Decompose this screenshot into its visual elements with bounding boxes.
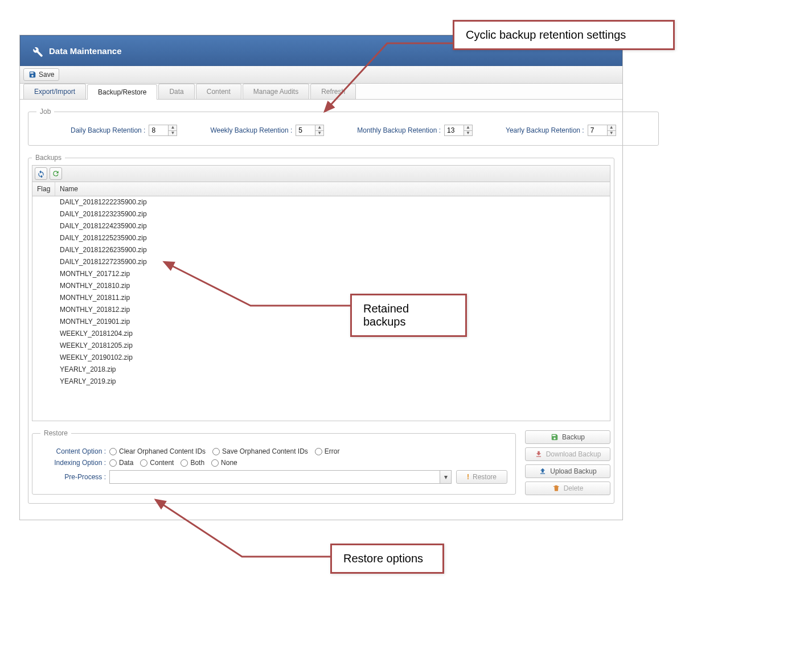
- delete-button[interactable]: Delete: [525, 482, 610, 495]
- refresh-button[interactable]: [35, 167, 47, 180]
- save-icon: [28, 71, 36, 79]
- yearly-retention-up[interactable]: ▲: [608, 125, 616, 130]
- content-option-2[interactable]: Error: [315, 447, 340, 455]
- table-row[interactable]: DAILY_20181226235900.zip: [32, 244, 610, 256]
- tab-refresh[interactable]: Refresh: [310, 84, 356, 99]
- content-option-1[interactable]: Save Orphaned Content IDs: [212, 447, 308, 455]
- preprocess-select[interactable]: ▾: [109, 470, 452, 484]
- cell-name: MONTHLY_201712.zip: [55, 268, 610, 279]
- tab-export-import[interactable]: Export/Import: [23, 84, 86, 99]
- download-backup-button[interactable]: Download Backup: [525, 447, 610, 461]
- table-row[interactable]: DAILY_20181227235900.zip: [32, 256, 610, 268]
- cell-name: WEEKLY_20181204.zip: [55, 328, 610, 339]
- tab-body: Job Daily Backup Retention : ▲ ▼: [20, 100, 622, 520]
- table-row[interactable]: DAILY_20181222235900.zip: [32, 196, 610, 208]
- indexing-option-0[interactable]: Data: [109, 459, 133, 467]
- indexing-option-radio-3[interactable]: [211, 459, 219, 467]
- weekly-retention-down[interactable]: ▼: [315, 130, 323, 136]
- table-row[interactable]: MONTHLY_201811.zip: [32, 292, 610, 304]
- daily-retention-input[interactable]: [149, 125, 168, 136]
- table-row[interactable]: YEARLY_2018.zip: [32, 364, 610, 376]
- table-row[interactable]: WEEKLY_20181205.zip: [32, 340, 610, 352]
- cell-flag: [32, 220, 55, 232]
- weekly-retention-up[interactable]: ▲: [315, 125, 323, 130]
- grid-header: Flag Name: [32, 182, 610, 196]
- reload-button[interactable]: [50, 167, 62, 180]
- table-row[interactable]: MONTHLY_201712.zip: [32, 268, 610, 280]
- cell-flag: [32, 304, 55, 315]
- cell-flag: [32, 352, 55, 363]
- toolbar: Save: [20, 66, 622, 84]
- annotation-retained-backups: Retained backups: [350, 294, 467, 337]
- content-option-label-2: Error: [325, 447, 340, 455]
- monthly-retention-field: Monthly Backup Retention : ▲ ▼: [357, 125, 473, 136]
- indexing-option-1[interactable]: Content: [140, 459, 174, 467]
- upload-backup-label: Upload Backup: [550, 467, 596, 475]
- backup-button[interactable]: Backup: [525, 430, 610, 444]
- cell-name: DAILY_20181222235900.zip: [55, 196, 610, 208]
- save-button[interactable]: Save: [23, 68, 59, 81]
- tab-data[interactable]: Data: [158, 84, 194, 99]
- cell-flag: [32, 292, 55, 303]
- monthly-retention-up[interactable]: ▲: [464, 125, 472, 130]
- yearly-retention-input[interactable]: [588, 125, 607, 136]
- weekly-retention-input[interactable]: [296, 125, 315, 136]
- restore-button[interactable]: ! Restore: [456, 470, 507, 484]
- cell-flag: [32, 244, 55, 256]
- yearly-retention-label: Yearly Backup Retention :: [506, 126, 584, 134]
- column-name[interactable]: Name: [55, 182, 610, 196]
- yearly-retention-down[interactable]: ▼: [608, 130, 616, 136]
- column-flag[interactable]: Flag: [32, 182, 55, 196]
- table-row[interactable]: DAILY_20181225235900.zip: [32, 232, 610, 244]
- indexing-option-label-2: Both: [190, 459, 204, 467]
- cell-name: DAILY_20181223235900.zip: [55, 208, 610, 220]
- download-backup-label: Download Backup: [546, 450, 601, 458]
- indexing-option-radio-2[interactable]: [181, 459, 188, 467]
- indexing-option-radio-0[interactable]: [109, 459, 117, 467]
- tab-content[interactable]: Content: [196, 84, 241, 99]
- backups-legend: Backups: [32, 154, 65, 162]
- table-row[interactable]: DAILY_20181224235900.zip: [32, 220, 610, 232]
- chevron-down-icon[interactable]: ▾: [440, 471, 451, 483]
- indexing-option-label: Indexing Option :: [40, 459, 106, 467]
- monthly-retention-input[interactable]: [444, 125, 464, 136]
- save-button-label: Save: [39, 71, 54, 79]
- daily-retention-down[interactable]: ▼: [169, 130, 177, 136]
- wrench-icon: [28, 43, 43, 58]
- restore-legend: Restore: [40, 429, 71, 437]
- cell-flag: [32, 208, 55, 220]
- tab-backup-restore[interactable]: Backup/Restore: [87, 84, 157, 100]
- content-option-0[interactable]: Clear Orphaned Content IDs: [109, 447, 206, 455]
- indexing-option-radio-1[interactable]: [140, 459, 147, 467]
- upload-backup-button[interactable]: Upload Backup: [525, 464, 610, 478]
- content-option-radio-1[interactable]: [212, 448, 220, 455]
- grid-body[interactable]: DAILY_20181222235900.zipDAILY_2018122323…: [32, 196, 610, 421]
- weekly-retention-field: Weekly Backup Retention : ▲ ▼: [210, 125, 324, 136]
- preprocess-value: [110, 471, 440, 483]
- indexing-option-3[interactable]: None: [211, 459, 237, 467]
- warning-icon: !: [467, 473, 469, 481]
- cell-name: WEEKLY_20181205.zip: [55, 340, 610, 351]
- monthly-retention-down[interactable]: ▼: [464, 130, 472, 136]
- job-fieldset: Job Daily Backup Retention : ▲ ▼: [28, 108, 659, 146]
- indexing-option-label-1: Content: [150, 459, 174, 467]
- table-row[interactable]: MONTHLY_201812.zip: [32, 304, 610, 316]
- download-icon: [535, 450, 543, 458]
- table-row[interactable]: YEARLY_2019.zip: [32, 376, 610, 388]
- daily-retention-up[interactable]: ▲: [169, 125, 177, 130]
- table-row[interactable]: WEEKLY_20181204.zip: [32, 328, 610, 340]
- tab-manage-audits[interactable]: Manage Audits: [243, 84, 309, 99]
- annotation-restore-options: Restore options: [330, 544, 444, 574]
- backups-fieldset: Backups Flag: [28, 154, 614, 504]
- table-row[interactable]: DAILY_20181223235900.zip: [32, 208, 610, 220]
- backup-button-label: Backup: [562, 433, 585, 441]
- delete-button-label: Delete: [564, 484, 584, 492]
- table-row[interactable]: MONTHLY_201810.zip: [32, 280, 610, 292]
- indexing-option-2[interactable]: Both: [181, 459, 204, 467]
- indexing-option-label-3: None: [221, 459, 237, 467]
- cell-flag: [32, 316, 55, 327]
- table-row[interactable]: WEEKLY_20190102.zip: [32, 352, 610, 364]
- content-option-radio-2[interactable]: [315, 448, 322, 455]
- table-row[interactable]: MONTHLY_201901.zip: [32, 316, 610, 328]
- content-option-radio-0[interactable]: [109, 448, 117, 455]
